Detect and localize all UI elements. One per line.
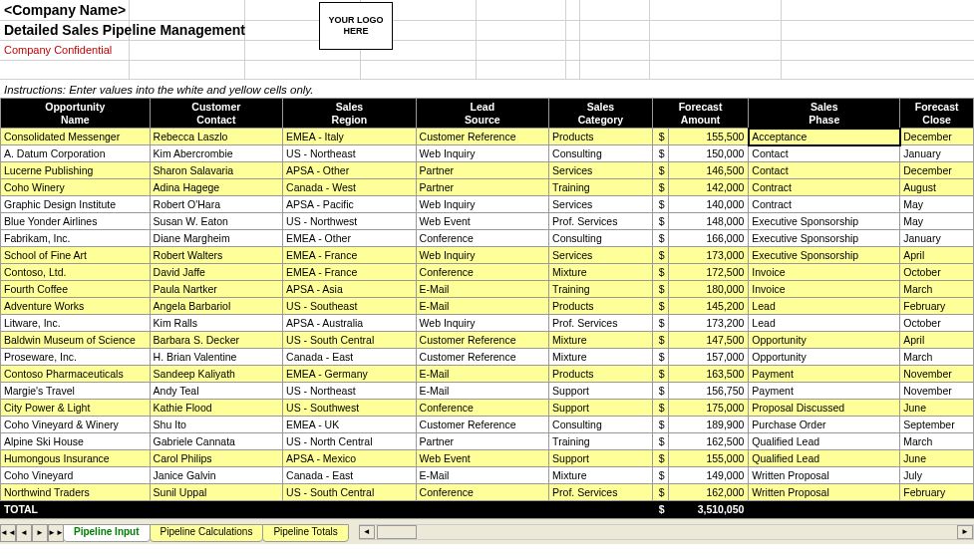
cell-close[interactable]: July [900, 467, 974, 484]
cell-region[interactable]: APSA - Pacific [283, 196, 417, 213]
cell-name[interactable]: Proseware, Inc. [1, 349, 151, 366]
cell-contact[interactable]: Angela Barbariol [150, 298, 283, 315]
cell-currency[interactable]: $ [652, 433, 668, 450]
col-header-contact[interactable]: CustomerContact [150, 99, 283, 129]
cell-region[interactable]: Canada - East [283, 467, 417, 484]
cell-currency[interactable]: $ [652, 417, 668, 433]
cell-category[interactable]: Services [549, 196, 653, 213]
cell-lead[interactable]: Conference [416, 230, 549, 247]
cell-amount[interactable]: 157,000 [668, 349, 749, 366]
cell-currency[interactable]: $ [652, 196, 668, 213]
cell-name[interactable]: Contoso, Ltd. [1, 264, 151, 281]
cell-name[interactable]: Coho Winery [1, 179, 151, 196]
cell-close[interactable]: November [900, 366, 974, 383]
cell-amount[interactable]: 175,000 [668, 400, 749, 417]
cell-close[interactable]: December [900, 162, 974, 179]
cell-category[interactable]: Products [549, 298, 653, 315]
cell-currency[interactable]: $ [652, 264, 668, 281]
cell-name[interactable]: Coho Vineyard & Winery [1, 417, 151, 433]
cell-region[interactable]: APSA - Asia [283, 281, 417, 298]
cell-lead[interactable]: Partner [416, 179, 549, 196]
horizontal-scrollbar[interactable]: ◄ ► [359, 524, 974, 540]
cell-category[interactable]: Mixture [549, 467, 653, 484]
cell-region[interactable]: APSA - Australia [283, 315, 417, 332]
cell-contact[interactable]: Diane Margheim [150, 230, 283, 247]
cell-close[interactable]: March [900, 281, 974, 298]
cell-amount[interactable]: 172,500 [668, 264, 749, 281]
cell-region[interactable]: APSA - Mexico [283, 450, 417, 467]
cell-name[interactable]: A. Datum Corporation [1, 145, 151, 162]
cell-contact[interactable]: Kathie Flood [150, 400, 283, 417]
cell-name[interactable]: Alpine Ski House [1, 433, 151, 450]
cell-amount[interactable]: 173,200 [668, 315, 749, 332]
col-header-phase[interactable]: SalesPhase [749, 99, 900, 129]
cell-close[interactable]: January [900, 145, 974, 162]
cell-region[interactable]: EMEA - France [283, 264, 417, 281]
cell-name[interactable]: Humongous Insurance [1, 450, 151, 467]
cell-currency[interactable]: $ [652, 230, 668, 247]
cell-amount[interactable]: 156,750 [668, 383, 749, 400]
cell-amount[interactable]: 148,000 [668, 213, 749, 230]
cell-currency[interactable]: $ [652, 484, 668, 501]
cell-name[interactable]: Consolidated Messenger [1, 129, 151, 145]
cell-amount[interactable]: 155,500 [668, 129, 749, 145]
cell-lead[interactable]: E-Mail [416, 281, 549, 298]
cell-close[interactable]: December [900, 129, 974, 145]
tab-nav-first[interactable]: ◄◄ [0, 524, 16, 542]
cell-category[interactable]: Support [549, 450, 653, 467]
cell-category[interactable]: Services [549, 162, 653, 179]
cell-name[interactable]: Fabrikam, Inc. [1, 230, 151, 247]
cell-amount[interactable]: 189,900 [668, 417, 749, 433]
col-header-category[interactable]: SalesCategory [549, 99, 653, 129]
cell-currency[interactable]: $ [652, 383, 668, 400]
cell-contact[interactable]: Robert Walters [150, 247, 283, 264]
cell-phase[interactable]: Qualified Lead [749, 450, 900, 467]
cell-lead[interactable]: Web Event [416, 450, 549, 467]
cell-contact[interactable]: Paula Nartker [150, 281, 283, 298]
cell-region[interactable]: US - South Central [283, 484, 417, 501]
sheet-tab-pipeline-totals[interactable]: Pipeline Totals [262, 524, 348, 542]
cell-category[interactable]: Support [549, 383, 653, 400]
cell-amount[interactable]: 142,000 [668, 179, 749, 196]
cell-contact[interactable]: Kim Abercrombie [150, 145, 283, 162]
cell-amount[interactable]: 162,000 [668, 484, 749, 501]
cell-name[interactable]: Northwind Traders [1, 484, 151, 501]
cell-currency[interactable]: $ [652, 281, 668, 298]
cell-phase[interactable]: Contact [749, 162, 900, 179]
cell-name[interactable]: Contoso Pharmaceuticals [1, 366, 151, 383]
cell-phase[interactable]: Payment [749, 366, 900, 383]
cell-phase[interactable]: Executive Sponsorship [749, 213, 900, 230]
cell-phase[interactable]: Qualified Lead [749, 433, 900, 450]
cell-region[interactable]: US - Southeast [283, 298, 417, 315]
cell-contact[interactable]: Barbara S. Decker [150, 332, 283, 349]
cell-currency[interactable]: $ [652, 162, 668, 179]
cell-contact[interactable]: Shu Ito [150, 417, 283, 433]
cell-lead[interactable]: Web Event [416, 213, 549, 230]
cell-currency[interactable]: $ [652, 179, 668, 196]
cell-amount[interactable]: 149,000 [668, 467, 749, 484]
cell-phase[interactable]: Invoice [749, 264, 900, 281]
cell-contact[interactable]: David Jaffe [150, 264, 283, 281]
cell-category[interactable]: Products [549, 366, 653, 383]
cell-contact[interactable]: Gabriele Cannata [150, 433, 283, 450]
cell-contact[interactable]: Sandeep Kaliyath [150, 366, 283, 383]
cell-category[interactable]: Mixture [549, 332, 653, 349]
cell-category[interactable]: Prof. Services [549, 484, 653, 501]
cell-close[interactable]: March [900, 433, 974, 450]
col-header-lead[interactable]: LeadSource [416, 99, 549, 129]
cell-contact[interactable]: Susan W. Eaton [150, 213, 283, 230]
cell-category[interactable]: Prof. Services [549, 213, 653, 230]
cell-phase[interactable]: Written Proposal [749, 484, 900, 501]
cell-name[interactable]: Baldwin Museum of Science [1, 332, 151, 349]
cell-amount[interactable]: 180,000 [668, 281, 749, 298]
cell-amount[interactable]: 162,500 [668, 433, 749, 450]
cell-contact[interactable]: Andy Teal [150, 383, 283, 400]
sheet-tab-pipeline-calculations[interactable]: Pipeline Calculations [150, 524, 264, 542]
cell-category[interactable]: Prof. Services [549, 315, 653, 332]
cell-phase[interactable]: Written Proposal [749, 467, 900, 484]
sheet-tab-pipeline-input[interactable]: Pipeline Input [63, 524, 151, 542]
cell-region[interactable]: APSA - Other [283, 162, 417, 179]
cell-region[interactable]: US - Northeast [283, 145, 417, 162]
cell-amount[interactable]: 145,200 [668, 298, 749, 315]
cell-region[interactable]: Canada - East [283, 349, 417, 366]
